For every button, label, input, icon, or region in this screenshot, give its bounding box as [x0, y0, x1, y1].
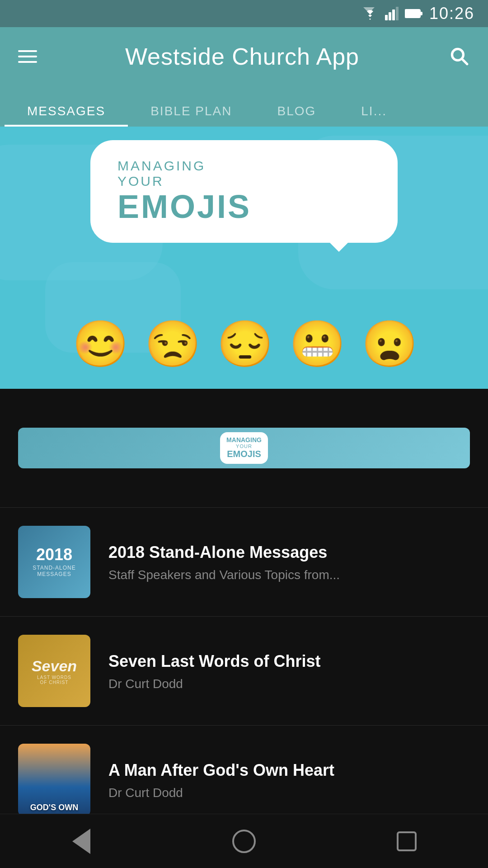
status-time: 10:26	[429, 4, 474, 23]
hero-speech-bubble[interactable]: Managing Your EMOJIS	[90, 140, 398, 243]
tab-messages[interactable]: MESSAGES	[5, 95, 128, 127]
emoji-sad: 😔	[217, 321, 271, 375]
search-button[interactable]	[447, 44, 470, 69]
item-info-seven: Seven Last Words of Christ Dr Curt Dodd	[108, 651, 470, 691]
svg-rect-5	[420, 12, 422, 15]
app-title: Westside Church App	[125, 43, 359, 70]
tabs-bar: MESSAGES BIBLE PLAN BLOG LI...	[0, 86, 488, 127]
tab-live[interactable]: LI...	[338, 95, 409, 127]
back-button[interactable]	[63, 823, 99, 859]
svg-rect-3	[396, 7, 399, 20]
hero-banner: Managing Your EMOJIS 😊 😒 😔 😬 😦	[0, 127, 488, 389]
emoji-grimace: 😬	[289, 321, 343, 375]
list-item[interactable]: Seven LAST WORDSOF CHRIST Seven Last Wor…	[0, 617, 488, 726]
hero-emojis-row: 😊 😒 😔 😬 😦	[0, 321, 488, 375]
emoji-shocked: 😦	[361, 321, 416, 375]
recents-icon	[397, 831, 417, 851]
svg-rect-1	[389, 12, 391, 20]
tab-bible-plan[interactable]: BIBLE PLAN	[128, 95, 254, 127]
recents-button[interactable]	[389, 823, 425, 859]
wifi-icon	[361, 7, 379, 20]
hero-your: Your	[117, 174, 371, 189]
status-bar: 10:26	[0, 0, 488, 27]
item-subtitle: Dr Curt Dodd	[108, 677, 470, 691]
item-title: Seven Last Words of Christ	[108, 651, 470, 672]
thumb-seven-text: Seven	[32, 657, 77, 675]
thumbnail-2018: 2018 STAND-ALONEMESSAGES	[18, 526, 90, 598]
emoji-skeptical: 😒	[145, 321, 199, 375]
hamburger-line-1	[18, 50, 37, 52]
hamburger-line-3	[18, 61, 37, 63]
status-icons: 10:26	[361, 4, 474, 23]
item-title: 2018 Stand-Alone Messages	[108, 542, 470, 563]
signal-icon	[385, 7, 399, 20]
menu-button[interactable]	[18, 50, 37, 63]
item-subtitle: Dr Curt Dodd	[108, 786, 470, 800]
thumb-sub: STAND-ALONEMESSAGES	[33, 565, 75, 578]
home-button[interactable]	[226, 823, 262, 859]
emoji-happy: 😊	[72, 321, 127, 375]
list-item[interactable]: 2018 STAND-ALONEMESSAGES 2018 Stand-Alon…	[0, 508, 488, 617]
hero-subtitle: Managing	[117, 158, 371, 174]
thumbnail-managing-emojis: MANAGING your EMOJIS	[18, 428, 470, 468]
thumbnail-godsown: GOD'S OWN	[18, 744, 90, 816]
item-title: A Man After God's Own Heart	[108, 760, 470, 781]
back-icon	[72, 829, 90, 854]
bottom-nav	[0, 814, 488, 868]
app-header: Westside Church App	[0, 27, 488, 86]
list-item[interactable]: MANAGING your EMOJIS Managing Your Emoji…	[0, 389, 488, 508]
item-subtitle: Staff Speakers and Various Topics from..…	[108, 568, 470, 582]
home-icon	[232, 830, 256, 853]
battery-icon	[405, 9, 423, 19]
svg-rect-2	[392, 9, 395, 20]
search-icon	[447, 44, 470, 67]
svg-rect-0	[385, 15, 388, 20]
messages-list: MANAGING your EMOJIS Managing Your Emoji…	[0, 389, 488, 868]
hero-title: EMOJIS	[117, 189, 371, 225]
thumb-godsown-text: GOD'S OWN	[30, 803, 78, 812]
tab-blog[interactable]: BLOG	[254, 95, 338, 127]
hamburger-line-2	[18, 56, 37, 57]
thumb-seven-sub: LAST WORDSOF CHRIST	[37, 675, 71, 685]
item-info-godsown: A Man After God's Own Heart Dr Curt Dodd	[108, 760, 470, 800]
svg-rect-4	[405, 9, 420, 18]
thumbnail-seven: Seven LAST WORDSOF CHRIST	[18, 635, 90, 707]
thumb-year: 2018	[36, 547, 72, 563]
item-info-2018: 2018 Stand-Alone Messages Staff Speakers…	[108, 542, 470, 582]
